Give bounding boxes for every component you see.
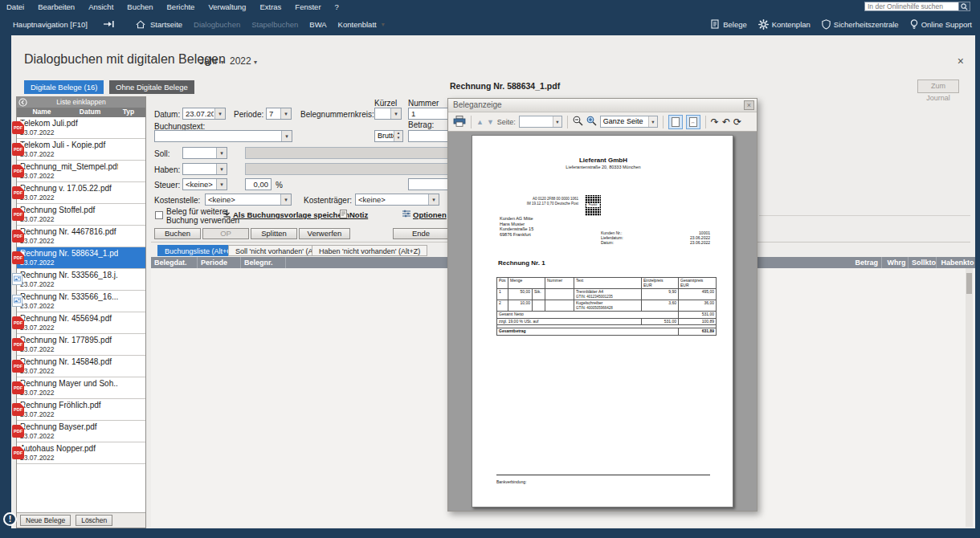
onlinehilfe-search-input[interactable]	[864, 2, 959, 11]
nav-belege[interactable]: Belege	[711, 19, 747, 29]
col-periode[interactable]: Periode	[198, 257, 241, 268]
rotate-right-icon[interactable]: ↷	[711, 117, 719, 127]
list-item[interactable]: Rechnung Nr. 177895.pdf23.07.2022PDF	[17, 334, 145, 356]
brutto-spinner[interactable]: Brutto▲▼	[374, 130, 403, 142]
op-button[interactable]: OP	[202, 228, 249, 239]
col-datum[interactable]: Datum	[67, 108, 113, 117]
buchungstext-combo[interactable]: ▾	[154, 130, 292, 142]
weitere-buchung-checkbox[interactable]	[155, 211, 163, 219]
col-belegdat[interactable]: Belegdat.	[151, 257, 198, 268]
optionen-link[interactable]: Optionen	[413, 210, 447, 219]
rotate-left-icon[interactable]: ↶	[722, 117, 730, 127]
nav-bwa[interactable]: BWA	[309, 20, 326, 29]
zum-journal-button[interactable]: Zum Journal	[917, 79, 959, 93]
print-icon[interactable]	[453, 116, 466, 128]
zoom-in-icon[interactable]	[586, 116, 597, 128]
list-item[interactable]: Rechnung Nr. 455694.pdf23.07.2022PDF	[17, 312, 145, 334]
list-item[interactable]: Rechnung Stoffel.pdf23.07.2022PDF	[17, 204, 145, 226]
notiz-link[interactable]: Notiz	[349, 210, 368, 219]
list-item[interactable]: Rechnung Fröhlich.pdf23.07.2022PDF	[17, 399, 145, 421]
tab-haben-nicht-vorhanden[interactable]: Haben 'nicht vorhanden' (Alt+Z)	[312, 245, 427, 256]
menu-extras[interactable]: Extras	[259, 2, 281, 11]
tab-ohne-digitale-belege[interactable]: Ohne Digitale Belege	[109, 80, 194, 94]
tab-digitale-belege[interactable]: Digitale Belege (16)	[24, 80, 104, 94]
document-viewer[interactable]: Lieferant GmbH Lieferantenstraße 20, 803…	[448, 132, 757, 511]
notification-icon[interactable]: !	[3, 512, 17, 526]
year-dropdown[interactable]: 2022 ▾	[230, 55, 257, 67]
menu-datei[interactable]: Datei	[6, 2, 24, 11]
menu-berichte[interactable]: Berichte	[167, 2, 195, 11]
list-item[interactable]: Rechnung Nr. 4467816.pdf23.07.2022PDF	[17, 226, 145, 247]
verwerfen-button[interactable]: Verwerfen	[299, 228, 350, 239]
search-icon[interactable]	[959, 2, 970, 11]
zoom-level-combo[interactable]: Ganze Seite▾	[600, 116, 658, 128]
menu-verwaltung[interactable]: Verwaltung	[208, 2, 246, 11]
neue-belege-button[interactable]: Neue Belege	[20, 515, 71, 526]
beleganzeige-titlebar[interactable]: Beleganzeige ×	[448, 99, 757, 112]
page-number-combo[interactable]: ▾	[519, 116, 562, 128]
periode-combo[interactable]: 7▾	[266, 108, 292, 120]
menu-buchen[interactable]: Buchen	[127, 2, 153, 11]
fit-width-button[interactable]: ↔	[686, 115, 700, 129]
col-belegnr[interactable]: Belegnr.	[241, 257, 286, 268]
zoom-out-icon[interactable]	[573, 116, 583, 128]
list-item[interactable]: Rechnung_mit_Stempel.pdf23.07.2022PDF	[17, 161, 145, 182]
buchungsvorlage-link[interactable]: Als Buchungsvorlage speichern	[233, 210, 349, 219]
list-item[interactable]: Rechnung Nr. 533566_16...23.07.2022	[17, 291, 145, 312]
soll-combo[interactable]: ▾	[182, 147, 227, 159]
col-sollkto[interactable]: Sollkto	[909, 257, 937, 268]
col-habenkto[interactable]: Habenkto	[937, 257, 975, 268]
collapse-arrow-icon[interactable]	[18, 98, 27, 110]
list-item[interactable]: Rechnung Bayser.pdf23.07.2022PDF	[17, 421, 145, 442]
datum-combo[interactable]: 23.07.2022▾	[182, 108, 226, 120]
kuerzel-combo[interactable]: ▾	[374, 108, 402, 120]
rotate-180-icon[interactable]: ⟳	[733, 117, 741, 127]
menu-fenster[interactable]: Fenster	[295, 2, 321, 11]
steuer-prozent-input[interactable]	[245, 178, 272, 190]
hauptnavigation-button[interactable]: Hauptnavigation [F10]	[13, 20, 88, 29]
next-page-icon[interactable]: ▼	[487, 118, 494, 126]
close-icon[interactable]: ×	[744, 100, 754, 110]
ende-button[interactable]: Ende	[393, 228, 449, 239]
col-typ[interactable]: Typ	[113, 108, 144, 117]
nav-online-support[interactable]: Online Support	[910, 19, 972, 30]
list-item[interactable]: Rechnung Nr. 145848.pdf23.07.2022PDF	[17, 356, 145, 377]
fit-page-button[interactable]	[668, 115, 683, 129]
list-item[interactable]: Rechnung Mayer und Soh...23.07.2022PDF	[17, 377, 145, 399]
list-item[interactable]: Telekom Juli.pdf23.07.2022PDF	[17, 117, 145, 139]
nav-stapelbuchen[interactable]: Stapelbuchen	[251, 20, 298, 29]
menu-ansicht[interactable]: Ansicht	[88, 2, 113, 11]
list-item[interactable]: Rechnung Nr. 533566_18.j...23.07.2022	[17, 269, 145, 291]
list-item[interactable]: Autohaus Nopper.pdf23.07.2022PDF	[17, 442, 145, 464]
col-betrag[interactable]: Betrag	[838, 257, 882, 268]
nav-sicherheitszentrale[interactable]: Sicherheitszentrale	[822, 19, 899, 30]
jahr-dropdown[interactable]: Jahr ▾	[199, 55, 224, 67]
buchen-button[interactable]: Buchen	[154, 228, 201, 239]
periode-label: Periode:	[234, 110, 263, 119]
col-whrg[interactable]: Whrg	[882, 257, 909, 268]
nav-kontenblatt[interactable]: Kontenblatt	[338, 20, 377, 29]
nav-kontenplan[interactable]: Kontenplan	[758, 19, 811, 30]
previous-page-icon[interactable]: ▲	[476, 118, 484, 126]
menu-bearbeiten[interactable]: Bearbeiten	[38, 2, 75, 11]
nav-startseite[interactable]: Startseite	[150, 20, 182, 29]
kostenstelle-combo[interactable]: <keine>▾	[205, 194, 292, 206]
list-item-selected[interactable]: Rechnung Nr. 588634_1.pdf23.07.2022PDF	[17, 247, 145, 269]
splitten-button[interactable]: Splitten	[251, 228, 297, 239]
haben-combo[interactable]: ▾	[182, 163, 227, 175]
nav-dialogbuchen[interactable]: Dialogbuchen	[194, 20, 240, 29]
options-icon	[402, 210, 410, 219]
menu-hilfe[interactable]: ?	[335, 2, 339, 11]
scrollbar-thumb[interactable]	[966, 273, 972, 294]
list-collapse-bar[interactable]: Liste einklappen	[17, 97, 145, 108]
list-item[interactable]: Rechnung v. 17.05.22.pdf23.07.2022PDF	[17, 182, 145, 204]
close-icon[interactable]: ×	[958, 55, 964, 67]
journal-scrollbar[interactable]	[966, 268, 973, 527]
loeschen-button[interactable]: Löschen	[76, 515, 112, 526]
beleganzeige-window: Beleganzeige × ▲ ▼ Seite: ▾ Ganze	[447, 98, 757, 512]
kostentraeger-combo[interactable]: <keine>▾	[355, 194, 439, 206]
steuer-combo[interactable]: <keine>▾	[182, 178, 227, 190]
pin-icon[interactable]	[104, 20, 115, 28]
list-item[interactable]: Telekom Juli - Kopie.pdf23.07.2022PDF	[17, 139, 145, 161]
soll-account-field	[245, 147, 478, 159]
